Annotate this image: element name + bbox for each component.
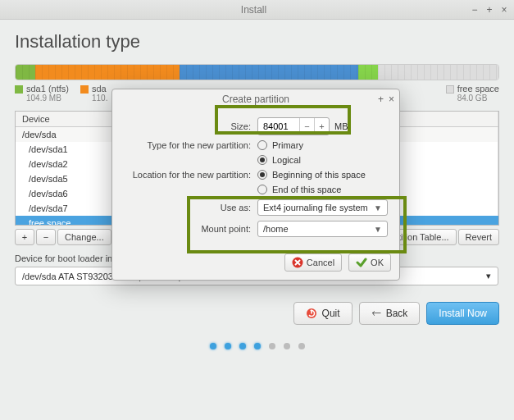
dialog-titlebar: Create partition + × <box>112 89 399 109</box>
location-end-radio[interactable]: End of this space <box>257 185 388 194</box>
legend-label: sda <box>92 84 107 94</box>
window-titlebar: Install − + × <box>0 0 514 20</box>
disk-seg-free <box>378 65 498 80</box>
mount-value: /home <box>263 224 289 234</box>
dialog-close-icon[interactable]: × <box>389 94 394 105</box>
radio-icon <box>257 140 267 150</box>
check-icon <box>356 257 367 268</box>
minimize-icon[interactable]: − <box>470 5 480 15</box>
legend-item: sda1 (ntfs)104.9 MB <box>15 84 69 103</box>
legend-item: free space84.0 GB <box>446 84 499 103</box>
quit-label: Quit <box>322 308 340 319</box>
legend-label: free space <box>457 84 499 94</box>
pager <box>15 343 499 349</box>
disk-seg-sda1 <box>16 65 35 80</box>
page-title: Installation type <box>15 31 499 52</box>
mount-label: Mount point: <box>124 224 251 234</box>
back-button[interactable]: 🡐 Back <box>359 302 421 325</box>
useas-label: Use as: <box>124 203 251 212</box>
location-label: Location for the new partition: <box>124 170 251 180</box>
create-partition-dialog: Create partition + × Size: − + MB Type f… <box>111 89 400 281</box>
legend-size: 110. <box>92 94 107 103</box>
radio-icon <box>257 170 267 180</box>
legend-item: sda110. <box>80 84 107 103</box>
type-primary-radio[interactable]: Primary <box>257 140 388 150</box>
dialog-add-icon[interactable]: + <box>378 94 384 105</box>
back-label: Back <box>386 308 408 319</box>
add-partition-button[interactable]: + <box>15 229 34 245</box>
disk-usage-bar <box>15 64 499 80</box>
radio-icon <box>257 185 267 194</box>
chevron-down-icon: ▼ <box>374 203 382 212</box>
quit-button[interactable]: Quit <box>293 302 353 325</box>
legend-size: 84.0 GB <box>457 94 499 103</box>
cancel-label: Cancel <box>307 258 334 267</box>
size-value[interactable] <box>258 121 299 131</box>
pager-dot[interactable] <box>298 343 305 349</box>
type-label: Type for the new partition: <box>124 140 251 150</box>
dialog-title: Create partition <box>222 94 289 105</box>
arrow-left-icon: 🡐 <box>371 308 381 319</box>
window-title: Install <box>38 4 470 16</box>
pager-dot[interactable] <box>254 343 261 349</box>
disk-seg-sda6 <box>358 65 378 80</box>
legend-label: sda1 (ntfs) <box>26 84 69 94</box>
mount-point-select[interactable]: /home ▼ <box>257 221 388 237</box>
install-now-button[interactable]: Install Now <box>426 302 499 325</box>
legend-size: 104.9 MB <box>26 94 69 103</box>
useas-value: Ext4 journaling file system <box>263 203 368 212</box>
chevron-down-icon: ▾ <box>486 271 491 281</box>
maximize-icon[interactable]: + <box>484 5 494 15</box>
pager-dot[interactable] <box>225 343 231 349</box>
radio-label: Beginning of this space <box>272 170 366 180</box>
chevron-down-icon: ▼ <box>374 225 382 234</box>
disk-seg-sda5 <box>180 65 358 80</box>
revert-button[interactable]: Revert <box>458 229 499 245</box>
install-label: Install Now <box>439 308 487 319</box>
radio-label: End of this space <box>272 185 341 194</box>
size-increment[interactable]: + <box>314 118 329 135</box>
pager-dot[interactable] <box>284 343 290 349</box>
size-unit: MB <box>334 121 348 131</box>
remove-partition-button[interactable]: − <box>36 229 56 245</box>
size-decrement[interactable]: − <box>299 118 314 135</box>
pager-dot[interactable] <box>269 343 275 349</box>
dialog-cancel-button[interactable]: Cancel <box>284 253 342 272</box>
size-input[interactable]: − + <box>257 117 330 135</box>
radio-icon <box>257 155 267 165</box>
useas-select[interactable]: Ext4 journaling file system ▼ <box>257 199 388 216</box>
pager-dot[interactable] <box>239 343 246 349</box>
type-logical-radio[interactable]: Logical <box>257 155 388 165</box>
cancel-icon <box>292 257 303 268</box>
radio-label: Logical <box>272 155 301 165</box>
pager-dot[interactable] <box>210 343 216 349</box>
disk-seg-sda2 <box>35 65 180 80</box>
dialog-ok-button[interactable]: OK <box>348 253 391 272</box>
legend-swatch <box>446 85 454 94</box>
size-label: Size: <box>124 121 251 131</box>
ok-label: OK <box>371 258 384 267</box>
power-icon <box>306 308 317 319</box>
legend-swatch <box>15 85 23 94</box>
location-begin-radio[interactable]: Beginning of this space <box>257 170 388 180</box>
radio-label: Primary <box>272 140 303 150</box>
change-partition-button[interactable]: Change... <box>57 229 111 245</box>
close-icon[interactable]: × <box>499 5 509 15</box>
legend-swatch <box>80 85 89 94</box>
